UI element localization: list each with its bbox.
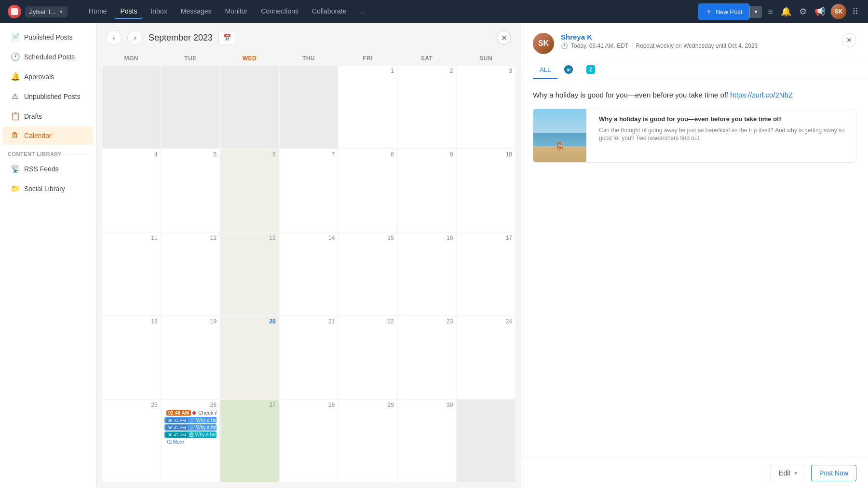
calendar-next-button[interactable]: ›	[127, 30, 143, 45]
sidebar-label-approvals: Approvals	[24, 73, 54, 81]
link-icon: 🔗	[189, 425, 195, 430]
chevron-down-icon: ▼	[59, 9, 64, 14]
post-meta: 🕐 Today, 06:41 AM, EDT · Repeat weekly o…	[561, 42, 835, 49]
calendar-cell[interactable]: 18	[102, 316, 161, 399]
calendar-cell[interactable]: 14	[280, 233, 338, 315]
unpublished-posts-icon: ⚠	[11, 92, 19, 101]
app-logo[interactable]: Zylker T... ▼	[8, 5, 68, 18]
post-pill[interactable]: 06:41 AM 🔗 Why a holiday is goo...	[164, 424, 217, 431]
author-avatar: SK	[533, 33, 554, 54]
day-headers: MON TUE WED THU FRI SAT SUN	[102, 52, 515, 65]
tab-all[interactable]: ALL	[533, 61, 557, 79]
panel-close-button[interactable]: ✕	[497, 30, 511, 45]
post-link[interactable]: https://zurl.co/2NbZ	[730, 91, 793, 99]
day-number: 3	[460, 68, 512, 74]
sidebar-item-social-library[interactable]: 📁 Social Library	[3, 179, 93, 198]
calendar-cell[interactable]: 17	[457, 233, 515, 315]
nav-collaborate[interactable]: Collaborate	[306, 4, 353, 19]
new-post-button[interactable]: ＋ New Post	[698, 3, 749, 20]
calendar-week-2: 4 5 6 7 8 9 10	[102, 149, 515, 232]
sidebar-label-unpublished-posts: Unpublished Posts	[24, 93, 81, 100]
calendar-cell[interactable]	[280, 66, 338, 148]
calendar-cell[interactable]: 28	[280, 400, 338, 482]
nav-posts[interactable]: Posts	[114, 4, 143, 19]
logo-icon	[8, 5, 21, 18]
sidebar-item-approvals[interactable]: 🔔 Approvals	[3, 67, 93, 86]
calendar-cell[interactable]	[457, 400, 515, 482]
sidebar-item-published-posts[interactable]: 📄 Published Posts	[3, 28, 93, 46]
new-post-dropdown-button[interactable]: ▼	[749, 6, 762, 18]
post-pill[interactable]: 06:47 AM 🖼 Why a holiday is goo...	[164, 432, 217, 438]
calendar-cell-27[interactable]: 27	[220, 400, 279, 482]
calendar-cell-26[interactable]: 26 02:48 AM Check it out @google 06:41 A…	[162, 400, 220, 482]
nav-more[interactable]: ...	[354, 4, 372, 19]
calendar-cell[interactable]: 10	[457, 149, 515, 232]
panel-close-button[interactable]: ✕	[842, 33, 856, 47]
topnav: Zylker T... ▼ Home Posts Inbox Messages …	[0, 0, 868, 23]
calendar-cell[interactable]: 23	[398, 316, 456, 399]
rss-feeds-icon: 📡	[11, 164, 19, 173]
nav-messages[interactable]: Messages	[175, 4, 217, 19]
post-preview-card[interactable]: 🪑 Why a holiday is good for you—even bef…	[533, 109, 856, 163]
post-now-button[interactable]: Post Now	[811, 465, 856, 481]
sidebar-item-rss-feeds[interactable]: 📡 RSS Feeds	[3, 159, 93, 178]
sidebar-item-calendar[interactable]: 🗓 Calendar	[3, 126, 93, 145]
calendar-cell[interactable]: 25	[102, 400, 161, 482]
calendar-cell[interactable]: 6	[220, 149, 279, 232]
day-number: 17	[460, 235, 512, 241]
calendar-cell[interactable]: 1	[339, 66, 397, 148]
nav-home[interactable]: Home	[83, 4, 112, 19]
calendar-cell[interactable]: 29	[339, 400, 397, 482]
sidebar-item-drafts[interactable]: 📋 Drafts	[3, 107, 93, 125]
tab-zoho[interactable]: Z	[580, 60, 602, 80]
day-number: 13	[223, 235, 276, 241]
sidebar-item-unpublished-posts[interactable]: ⚠ Unpublished Posts	[3, 87, 93, 106]
calendar-cell[interactable]: 4	[102, 149, 161, 232]
brand-switcher[interactable]: Zylker T... ▼	[25, 6, 68, 17]
sidebar-item-scheduled-posts[interactable]: 🕐 Scheduled Posts	[3, 47, 93, 66]
user-avatar[interactable]: SK	[831, 4, 846, 19]
calendar-cell[interactable]: 2	[398, 66, 456, 148]
calendar-cell[interactable]: 15	[339, 233, 397, 315]
post-label: Why a holiday is goo...	[196, 418, 217, 423]
main-nav: Home Posts Inbox Messages Monitor Connec…	[83, 4, 371, 19]
calendar-cell[interactable]: 8	[339, 149, 397, 232]
list-view-button[interactable]: ≡	[766, 5, 775, 19]
calendar-cell[interactable]: 30	[398, 400, 456, 482]
calendar-cell[interactable]: 24	[457, 316, 515, 399]
calendar-prev-button[interactable]: ‹	[106, 30, 122, 45]
calendar-cell[interactable]: 12	[162, 233, 220, 315]
avatar-image: SK	[831, 4, 846, 19]
calendar-icon: 🗓	[11, 131, 19, 140]
calendar-cell[interactable]: 11	[102, 233, 161, 315]
clock-icon: 🕐	[561, 42, 568, 49]
calendar-cell[interactable]	[102, 66, 161, 148]
post-pill[interactable]: 06:41 AM 🔗 Why a holiday is goo...	[164, 417, 217, 423]
calendar-cell[interactable]: 7	[280, 149, 338, 232]
chevron-down-icon: ▼	[754, 9, 759, 14]
nav-monitor[interactable]: Monitor	[219, 4, 253, 19]
calendar-cell[interactable]: 13	[220, 233, 279, 315]
calendar-cell[interactable]: 5	[162, 149, 220, 232]
nav-inbox[interactable]: Inbox	[145, 4, 173, 19]
notifications-button[interactable]: 🔔	[779, 4, 793, 19]
edit-button[interactable]: Edit ▼	[771, 465, 806, 481]
calendar-cell[interactable]	[220, 66, 279, 148]
settings-button[interactable]: ⚙	[797, 4, 809, 19]
nav-connections[interactable]: Connections	[255, 4, 304, 19]
calendar-cell[interactable]: 9	[398, 149, 456, 232]
calendar-cell-today[interactable]: 20	[220, 316, 279, 399]
calendar-cell[interactable]: 21	[280, 316, 338, 399]
calendar-cell[interactable]: 22	[339, 316, 397, 399]
calendar-cell[interactable]: 3	[457, 66, 515, 148]
post-pill[interactable]: 02:48 AM Check it out @google	[164, 409, 217, 416]
calendar-cell[interactable]	[162, 66, 220, 148]
tab-linkedin[interactable]: in	[557, 60, 580, 80]
calendar-cell[interactable]: 19	[162, 316, 220, 399]
day-number: 10	[460, 151, 512, 158]
calendar-cell[interactable]: 16	[398, 233, 456, 315]
calendar-view-button[interactable]: 📅	[218, 31, 235, 44]
app-grid-button[interactable]: ⠿	[850, 4, 860, 19]
more-posts-link[interactable]: +2 More	[164, 439, 217, 445]
alerts-button[interactable]: 📢	[813, 4, 827, 19]
